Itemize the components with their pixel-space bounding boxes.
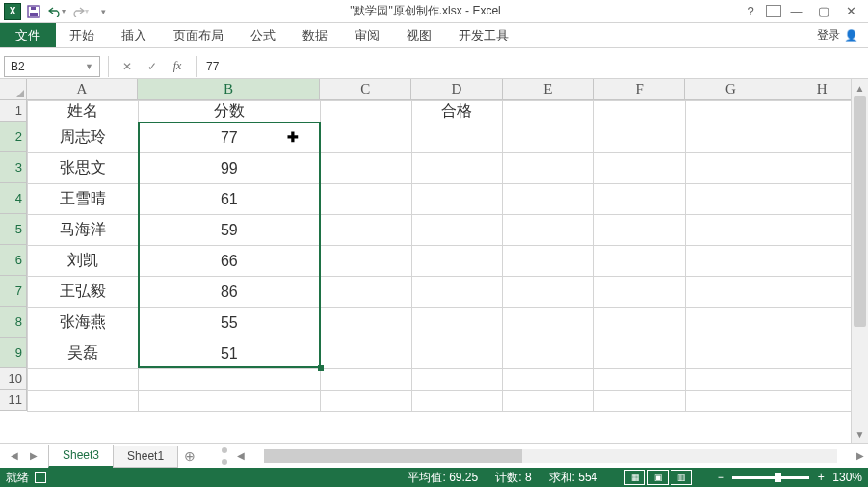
scroll-up-button[interactable]: ▲ (852, 79, 868, 96)
ribbon-display-options-button[interactable] (766, 5, 781, 17)
cells-grid[interactable]: 姓名 分数 合格 周志玲77 张思文99 王雪晴61 马海洋59 刘凯66 王弘… (27, 100, 868, 412)
tab-home[interactable]: 开始 (56, 23, 108, 47)
col-header-F[interactable]: F (594, 79, 686, 99)
zoom-percentage[interactable]: 130% (832, 471, 862, 484)
insert-function-button[interactable]: fx (169, 56, 186, 77)
zoom-slider-knob[interactable] (775, 473, 781, 482)
cell-B7[interactable]: 86 (138, 277, 320, 308)
cell-A5[interactable]: 马海洋 (28, 215, 139, 246)
row-header-8[interactable]: 8 (0, 307, 27, 338)
enter-formula-button[interactable]: ✓ (144, 56, 161, 77)
tab-insert[interactable]: 插入 (108, 23, 160, 47)
cell-A2[interactable]: 周志玲 (28, 122, 139, 153)
cell-B1[interactable]: 分数 (138, 101, 320, 122)
name-box[interactable]: B2 ▼ (4, 56, 100, 77)
sheet-nav-prev[interactable]: ◀ (6, 447, 23, 465)
col-header-B[interactable]: B (138, 79, 321, 99)
macro-record-icon[interactable] (35, 472, 46, 483)
col-header-D[interactable]: D (411, 79, 503, 99)
cell-G1[interactable] (685, 101, 776, 122)
cell-F1[interactable] (593, 101, 685, 122)
col-header-C[interactable]: C (320, 79, 411, 99)
tab-page-layout[interactable]: 页面布局 (160, 23, 237, 47)
sheet-nav-next[interactable]: ▶ (25, 447, 42, 465)
hscroll-left[interactable]: ◀ (233, 450, 249, 461)
cell-A4[interactable]: 王雪晴 (28, 184, 139, 215)
zoom-slider[interactable] (732, 476, 809, 479)
help-button[interactable]: ? (739, 1, 762, 22)
formula-bar: B2 ▼ ✕ ✓ fx (0, 54, 868, 79)
excel-icon: X (4, 3, 21, 20)
row-headers: 1 2 3 4 5 6 7 8 9 10 11 (0, 100, 27, 412)
window-title: "默学园"原创制作.xlsx - Excel (118, 3, 733, 19)
cell-B6[interactable]: 66 (138, 246, 320, 277)
divider (108, 56, 109, 77)
tab-formulas[interactable]: 公式 (237, 23, 289, 47)
cell-A8[interactable]: 张海燕 (28, 308, 139, 338)
cell-E1[interactable] (503, 101, 594, 122)
undo-button[interactable]: ▾ (46, 1, 67, 22)
cell-B9[interactable]: 51 (138, 338, 320, 369)
status-average: 平均值: 69.25 (408, 470, 478, 486)
col-header-A[interactable]: A (27, 79, 138, 99)
scroll-down-button[interactable]: ▼ (852, 425, 868, 443)
row-header-2[interactable]: 2 (0, 122, 27, 152)
formula-input[interactable] (200, 56, 868, 77)
view-normal-button[interactable]: ▦ (624, 470, 645, 485)
row-header-7[interactable]: 7 (0, 276, 27, 307)
vscroll-thumb[interactable] (854, 96, 866, 327)
horizontal-scrollbar[interactable]: ◀ ▶ (222, 447, 868, 465)
select-all-button[interactable] (0, 79, 27, 99)
divider (196, 56, 197, 77)
cell-A3[interactable]: 张思文 (28, 153, 139, 184)
row-header-4[interactable]: 4 (0, 183, 27, 214)
window-controls: ? — ▢ ✕ (733, 1, 868, 22)
zoom-in-button[interactable]: + (815, 471, 827, 484)
cell-A7[interactable]: 王弘毅 (28, 277, 139, 308)
cell-A1[interactable]: 姓名 (28, 101, 139, 122)
close-button[interactable]: ✕ (839, 1, 862, 22)
cell-D1[interactable]: 合格 (411, 101, 503, 122)
row-header-6[interactable]: 6 (0, 245, 27, 276)
sheet-tab-sheet1[interactable]: Sheet1 (113, 446, 178, 468)
row-header-5[interactable]: 5 (0, 214, 27, 245)
tab-data[interactable]: 数据 (289, 23, 341, 47)
tab-review[interactable]: 审阅 (341, 23, 393, 47)
tab-file[interactable]: 文件 (0, 23, 56, 47)
redo-button[interactable]: ▾ (69, 1, 91, 22)
formula-buttons: ✕ ✓ fx (113, 56, 192, 77)
vertical-scrollbar[interactable]: ▲ ▼ (851, 79, 868, 443)
cell-A9[interactable]: 吴磊 (28, 338, 139, 369)
tab-developer[interactable]: 开发工具 (445, 23, 522, 47)
view-page-layout-button[interactable]: ▣ (647, 470, 669, 485)
row-header-10[interactable]: 10 (0, 368, 27, 390)
sheet-tab-sheet3[interactable]: Sheet3 (48, 445, 114, 468)
hscroll-thumb[interactable] (264, 449, 522, 463)
maximize-button[interactable]: ▢ (812, 1, 835, 22)
cell-B5[interactable]: 59 (138, 215, 320, 246)
hscroll-right[interactable]: ▶ (853, 450, 868, 461)
zoom-out-button[interactable]: − (715, 471, 726, 484)
cancel-formula-button[interactable]: ✕ (118, 56, 136, 77)
new-sheet-button[interactable]: ⊕ (177, 447, 202, 465)
col-header-E[interactable]: E (503, 79, 594, 99)
cell-B2[interactable]: 77 (138, 122, 320, 153)
row-header-11[interactable]: 11 (0, 390, 27, 411)
save-button[interactable] (23, 1, 44, 22)
tab-view[interactable]: 视图 (393, 23, 445, 47)
col-header-G[interactable]: G (685, 79, 776, 99)
cell-B8[interactable]: 55 (138, 308, 320, 338)
row-header-1[interactable]: 1 (0, 100, 27, 122)
cell-C1[interactable] (320, 101, 411, 122)
svg-rect-1 (30, 13, 38, 16)
cell-B3[interactable]: 99 (138, 153, 320, 184)
view-page-break-button[interactable]: ▥ (671, 470, 692, 485)
qat-customize-button[interactable]: ▾ (92, 1, 114, 22)
title-bar: X ▾ ▾ ▾ "默学园"原创制作.xlsx - Excel ? — ▢ ✕ (0, 0, 868, 23)
minimize-button[interactable]: — (785, 1, 808, 22)
row-header-3[interactable]: 3 (0, 152, 27, 183)
cell-A6[interactable]: 刘凯 (28, 246, 139, 277)
row-header-9[interactable]: 9 (0, 338, 27, 368)
cell-B4[interactable]: 61 (138, 184, 320, 215)
login-link[interactable]: 登录👤 (807, 23, 868, 47)
